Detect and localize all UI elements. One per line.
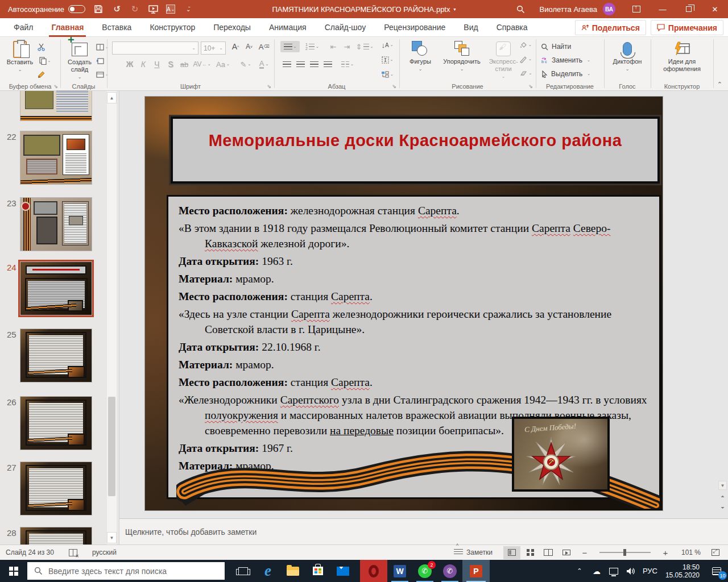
align-text-button[interactable]: ⌄ bbox=[378, 54, 396, 65]
clipboard-dialog-launcher-icon[interactable]: ⇘ bbox=[53, 84, 58, 89]
font-name-combo[interactable]: ⌄ bbox=[112, 41, 198, 55]
fit-slide-to-window-button[interactable] bbox=[707, 546, 724, 559]
slide-thumbnail-partial[interactable] bbox=[20, 91, 92, 121]
shrink-font-icon[interactable]: A˅ bbox=[243, 41, 255, 52]
whatsapp-icon[interactable]: ✆2 bbox=[412, 560, 437, 582]
thumb-scroll-down-icon[interactable]: ▼ bbox=[107, 532, 117, 543]
undo-icon[interactable]: ↺⌄ bbox=[111, 4, 122, 14]
quick-styles-button[interactable]: Экспресс-стили⌄ bbox=[486, 40, 520, 80]
close-button[interactable]: ✕ bbox=[702, 0, 728, 18]
zoom-out-button[interactable]: − bbox=[576, 546, 593, 559]
notes-toggle[interactable]: Заметки bbox=[454, 548, 493, 556]
slide-thumbnail-25[interactable] bbox=[20, 329, 92, 383]
search-icon[interactable] bbox=[508, 0, 534, 18]
previous-slide-button[interactable]: ⏶ bbox=[718, 492, 727, 501]
slide-thumbnail-22[interactable] bbox=[20, 131, 92, 185]
word-icon[interactable]: W bbox=[387, 560, 412, 582]
task-view-button[interactable] bbox=[230, 560, 255, 582]
opera-icon[interactable] bbox=[360, 560, 387, 582]
find-button[interactable]: Найти bbox=[541, 41, 598, 52]
highlight-color-button[interactable]: ✎⌄ bbox=[237, 59, 254, 70]
tab-2[interactable]: Вставка bbox=[93, 18, 140, 37]
tab-6[interactable]: Слайд-шоу bbox=[316, 18, 375, 37]
align-center-button[interactable] bbox=[294, 59, 307, 70]
editor-scrollbar[interactable]: ▼ ⏶ ⏷ bbox=[718, 91, 728, 517]
save-icon[interactable] bbox=[93, 4, 104, 14]
zoom-slider-thumb[interactable] bbox=[623, 549, 626, 556]
slide-canvas[interactable]: Мемориальные доски Красноармейского райо… bbox=[145, 97, 663, 510]
viber-icon[interactable]: ✆ bbox=[437, 560, 462, 582]
language-indicator[interactable]: русский bbox=[92, 548, 117, 556]
slide-thumbnail-27[interactable] bbox=[20, 462, 92, 516]
microsoft-store-icon[interactable] bbox=[305, 560, 330, 582]
comments-button[interactable]: Примечания bbox=[651, 20, 723, 35]
edge-icon[interactable]: e bbox=[255, 560, 280, 582]
thumb-scroll-thumb[interactable] bbox=[108, 397, 115, 496]
collapse-ribbon-icon[interactable]: ⌃ bbox=[717, 81, 722, 88]
spellcheck-icon[interactable] bbox=[69, 549, 77, 556]
drawing-dialog-launcher-icon[interactable]: ⇘ bbox=[528, 84, 533, 89]
input-language[interactable]: РУС bbox=[643, 567, 657, 575]
text-direction-button[interactable]: ↓A⌄ bbox=[378, 39, 396, 51]
user-name[interactable]: Виолетта Агаева bbox=[540, 5, 597, 14]
view-reading-button[interactable] bbox=[540, 546, 557, 559]
slide-thumbnail-28[interactable] bbox=[20, 527, 92, 544]
mail-icon[interactable] bbox=[330, 560, 355, 582]
paste-button[interactable]: Вставить⌄ bbox=[7, 40, 33, 73]
next-slide-button[interactable]: ⏷ bbox=[718, 504, 727, 513]
new-slide-button[interactable]: Создать слайд⌄ bbox=[64, 40, 96, 81]
format-painter-icon[interactable] bbox=[35, 69, 48, 80]
tray-chevron-icon[interactable]: ⌃ bbox=[572, 560, 587, 582]
zoom-in-button[interactable]: + bbox=[657, 546, 674, 559]
avatar[interactable]: ВА bbox=[603, 3, 615, 15]
powerpoint-icon[interactable]: P bbox=[462, 560, 490, 582]
underline-button[interactable]: Ч bbox=[151, 59, 163, 70]
restore-button[interactable] bbox=[676, 0, 702, 18]
paragraph-dialog-launcher-icon[interactable]: ⇘ bbox=[392, 84, 396, 89]
style-command-icon[interactable]: А⌄ bbox=[166, 5, 175, 14]
tab-9[interactable]: Справка bbox=[487, 18, 537, 37]
tab-3[interactable]: Конструктор bbox=[140, 18, 204, 37]
thumb-scroll-up-icon[interactable]: ▲ bbox=[107, 92, 117, 103]
tab-4[interactable]: Переходы bbox=[204, 18, 260, 37]
replace-button[interactable]: bc Заменить⌄ bbox=[541, 55, 603, 66]
share-button[interactable]: Поделиться bbox=[575, 20, 646, 35]
volume-icon[interactable] bbox=[623, 560, 638, 582]
onedrive-icon[interactable]: ☁ bbox=[589, 560, 604, 582]
bold-button[interactable]: Ж bbox=[123, 59, 136, 70]
minimize-button[interactable]: — bbox=[650, 0, 676, 18]
start-button[interactable] bbox=[0, 560, 27, 582]
file-explorer-icon[interactable] bbox=[280, 560, 305, 582]
font-dialog-launcher-icon[interactable]: ⇘ bbox=[267, 84, 271, 89]
scroll-down-icon[interactable]: ▼ bbox=[718, 481, 727, 490]
convert-smartart-button[interactable]: ⌄ bbox=[378, 69, 396, 80]
tab-7[interactable]: Рецензирование bbox=[375, 18, 454, 37]
zoom-level[interactable]: 101 % bbox=[675, 548, 701, 556]
align-right-button[interactable] bbox=[308, 59, 320, 70]
italic-button[interactable]: К bbox=[137, 59, 150, 70]
thumbnail-scrollbar[interactable]: ▲ ▼ bbox=[107, 91, 117, 544]
slide-thumbnail-26[interactable] bbox=[20, 396, 92, 450]
dictate-button[interactable]: Диктофон⌄ bbox=[609, 40, 646, 73]
columns-button[interactable]: ⌄ bbox=[338, 59, 357, 70]
arrange-button[interactable]: Упорядочить⌄ bbox=[437, 40, 486, 73]
font-color-button[interactable]: А⌄ bbox=[255, 59, 272, 70]
clear-formatting-icon[interactable]: A⌫ bbox=[258, 41, 270, 52]
tab-8[interactable]: Вид bbox=[454, 18, 487, 37]
select-button[interactable]: Выделить⌄ bbox=[541, 68, 603, 80]
autosave-control[interactable]: Автосохранение bbox=[8, 5, 85, 14]
notes-pane[interactable]: Щелкните, чтобы добавить заметки bbox=[119, 518, 728, 544]
ribbon-display-options-icon[interactable] bbox=[623, 0, 650, 18]
character-spacing-button[interactable]: AV↔⌄ bbox=[193, 59, 211, 70]
font-size-combo[interactable]: 10+⌄ bbox=[201, 41, 226, 55]
line-spacing-button[interactable]: ⇕⌄ bbox=[355, 41, 374, 52]
action-center-button[interactable]: 10 bbox=[705, 560, 728, 582]
bullets-button[interactable]: ⌄ bbox=[280, 41, 300, 52]
clock[interactable]: 18:50 15.05.2020 bbox=[665, 563, 700, 579]
justify-button[interactable] bbox=[321, 59, 334, 70]
shape-fill-icon[interactable]: ⌄ bbox=[517, 39, 534, 51]
tab-5[interactable]: Анимация bbox=[260, 18, 316, 37]
redo-icon[interactable]: ↻ bbox=[130, 4, 140, 14]
view-slideshow-button[interactable] bbox=[558, 546, 575, 559]
taskbar-search-input[interactable]: Введите здесь текст для поиска bbox=[27, 562, 225, 580]
